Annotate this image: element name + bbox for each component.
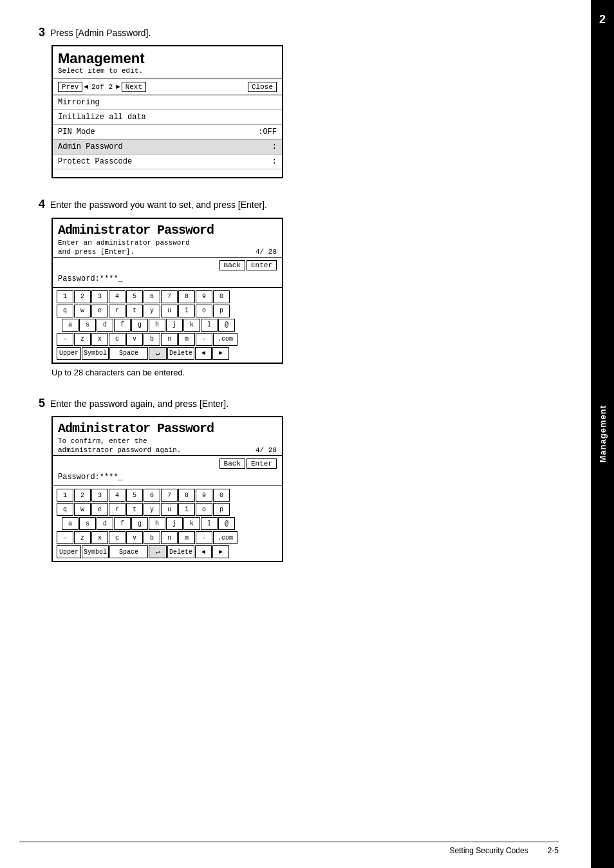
key-q-1[interactable]: q: [57, 305, 73, 317]
back-button-1[interactable]: Back: [219, 260, 245, 270]
key-x-2[interactable]: x: [91, 531, 108, 544]
key-o-2[interactable]: o: [196, 503, 212, 516]
key-y-1[interactable]: y: [144, 305, 160, 317]
key-n-1[interactable]: n: [161, 333, 178, 346]
mgmt-item-protect[interactable]: Protect Passcode :: [53, 155, 282, 169]
key-5-1[interactable]: 5: [126, 290, 143, 303]
key-0-2[interactable]: 0: [213, 489, 230, 502]
enter-button-2[interactable]: Enter: [247, 458, 277, 469]
key-g-2[interactable]: g: [131, 517, 148, 530]
prev-button[interactable]: Prev: [58, 82, 82, 92]
key-l-1[interactable]: l: [201, 319, 218, 332]
key-8-1[interactable]: 8: [178, 290, 195, 303]
key-a-1[interactable]: a: [62, 319, 79, 332]
key-delete-2[interactable]: Delete: [167, 545, 194, 558]
key-8-2[interactable]: 8: [178, 489, 195, 502]
key-9-2[interactable]: 9: [196, 489, 212, 502]
key-5-2[interactable]: 5: [126, 489, 143, 502]
key-j-2[interactable]: j: [166, 517, 183, 530]
key-2-1[interactable]: 2: [74, 290, 91, 303]
key-u-2[interactable]: u: [161, 503, 178, 516]
key-1-2[interactable]: 1: [57, 489, 73, 502]
key-s-2[interactable]: s: [79, 517, 96, 530]
key-z-1[interactable]: z: [74, 333, 91, 346]
key-t-2[interactable]: t: [126, 503, 143, 516]
enter-button-1[interactable]: Enter: [247, 260, 277, 270]
key-left-1[interactable]: ◄: [195, 347, 212, 360]
mgmt-item-admin-password[interactable]: Admin Password :: [53, 140, 282, 155]
key-j-1[interactable]: j: [166, 319, 183, 332]
key-4-1[interactable]: 4: [109, 290, 126, 303]
key-x-1[interactable]: x: [91, 333, 108, 346]
close-button[interactable]: Close: [248, 82, 277, 92]
key-space-2[interactable]: Space: [109, 545, 148, 558]
key-9-1[interactable]: 9: [196, 290, 212, 303]
key-space-1[interactable]: Space: [109, 347, 148, 360]
key-w-2[interactable]: w: [74, 503, 91, 516]
key-q-2[interactable]: q: [57, 503, 73, 516]
key-b-2[interactable]: b: [144, 531, 160, 544]
key-c-2[interactable]: c: [109, 531, 126, 544]
key-r-1[interactable]: r: [109, 305, 126, 317]
next-button[interactable]: Next: [122, 82, 146, 92]
key-hyphen-2[interactable]: -: [196, 531, 212, 544]
key-6-2[interactable]: 6: [144, 489, 160, 502]
key-1-1[interactable]: 1: [57, 290, 73, 303]
mgmt-item-initialize[interactable]: Initialize all data: [53, 110, 282, 125]
key-e-1[interactable]: e: [91, 305, 108, 317]
key-p-2[interactable]: p: [213, 503, 230, 516]
key-s-1[interactable]: s: [79, 319, 96, 332]
key-f-1[interactable]: f: [114, 319, 131, 332]
key-g-1[interactable]: g: [131, 319, 148, 332]
mgmt-item-pin[interactable]: PIN Mode :OFF: [53, 125, 282, 140]
key-upper-2[interactable]: Upper: [57, 545, 81, 558]
key-3-2[interactable]: 3: [91, 489, 108, 502]
key-a-2[interactable]: a: [62, 517, 79, 530]
key-h-2[interactable]: h: [149, 517, 165, 530]
key-o-1[interactable]: o: [196, 305, 212, 317]
key-at-2[interactable]: @: [218, 517, 235, 530]
key-dotcom-2[interactable]: .com: [213, 531, 237, 544]
key-right-1[interactable]: ►: [212, 347, 229, 360]
key-e-2[interactable]: e: [91, 503, 108, 516]
key-6-1[interactable]: 6: [144, 290, 160, 303]
key-f-2[interactable]: f: [114, 517, 131, 530]
key-enter-2[interactable]: ↵: [149, 545, 167, 558]
key-upper-1[interactable]: Upper: [57, 347, 81, 360]
key-7-1[interactable]: 7: [161, 290, 178, 303]
key-m-1[interactable]: m: [178, 333, 195, 346]
key-t-1[interactable]: t: [126, 305, 143, 317]
key-p-1[interactable]: p: [213, 305, 230, 317]
key-z-2[interactable]: z: [74, 531, 91, 544]
key-symbol-2[interactable]: Symbol: [82, 545, 109, 558]
key-u-1[interactable]: u: [161, 305, 178, 317]
key-k-1[interactable]: k: [183, 319, 200, 332]
key-7-2[interactable]: 7: [161, 489, 178, 502]
key-d-2[interactable]: d: [97, 517, 113, 530]
key-c-1[interactable]: c: [109, 333, 126, 346]
mgmt-item-mirroring[interactable]: Mirroring: [53, 95, 282, 110]
key-w-1[interactable]: w: [74, 305, 91, 317]
key-at-1[interactable]: @: [218, 319, 235, 332]
key-i-2[interactable]: i: [178, 503, 195, 516]
key-n-2[interactable]: n: [161, 531, 178, 544]
key-delete-1[interactable]: Delete: [167, 347, 194, 360]
key-l-2[interactable]: l: [201, 517, 218, 530]
key-b-1[interactable]: b: [144, 333, 160, 346]
key-v-1[interactable]: v: [126, 333, 143, 346]
key-h-1[interactable]: h: [149, 319, 165, 332]
key-r-2[interactable]: r: [109, 503, 126, 516]
key-left-2[interactable]: ◄: [195, 545, 212, 558]
key-y-2[interactable]: y: [144, 503, 160, 516]
key-4-2[interactable]: 4: [109, 489, 126, 502]
key-2-2[interactable]: 2: [74, 489, 91, 502]
key-k-2[interactable]: k: [183, 517, 200, 530]
key-3-1[interactable]: 3: [91, 290, 108, 303]
key-i-1[interactable]: i: [178, 305, 195, 317]
key-0-1[interactable]: 0: [213, 290, 230, 303]
key-d-1[interactable]: d: [97, 319, 113, 332]
back-button-2[interactable]: Back: [219, 458, 245, 469]
key-hyphen-1[interactable]: -: [196, 333, 212, 346]
key-v-2[interactable]: v: [126, 531, 143, 544]
key-dash-1[interactable]: –: [57, 333, 73, 346]
